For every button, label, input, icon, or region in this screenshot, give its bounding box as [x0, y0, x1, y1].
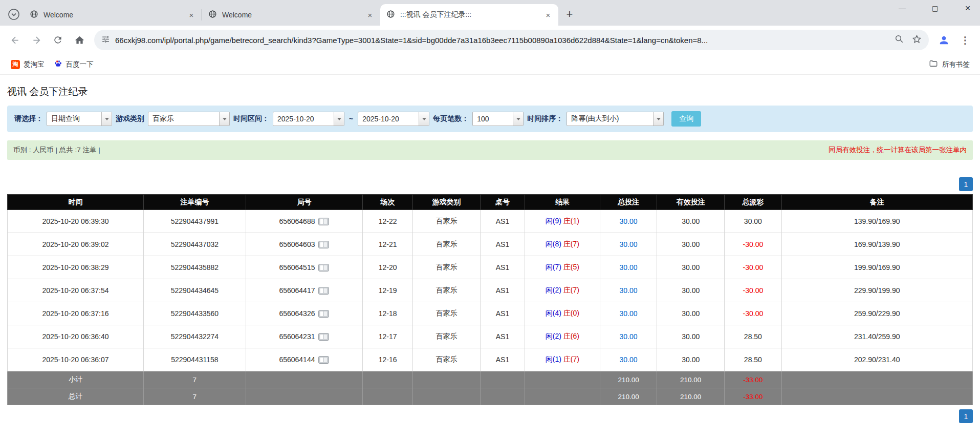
tab-bet-records-active[interactable]: :::视讯 会员下注纪录::: ×	[380, 4, 558, 26]
view-result-icon[interactable]	[318, 264, 329, 272]
bet-record-row: 2025-10-20 06:36:40522904432274656064231…	[8, 325, 973, 348]
view-result-icon[interactable]	[318, 218, 329, 225]
total-total-bet: 210.00	[600, 388, 657, 405]
subtotal-total-bet: 210.00	[600, 371, 657, 388]
bookmark-star-icon[interactable]	[912, 34, 922, 46]
header-total-bet: 总投注	[600, 195, 657, 210]
sort-label: 时间排序：	[527, 114, 563, 123]
chevron-down-icon[interactable]	[101, 112, 112, 126]
bet-record-row: 2025-10-20 06:37:16522904433560656064326…	[8, 302, 973, 325]
table-body: 2025-10-20 06:39:30522904437991656064688…	[8, 210, 973, 371]
cell-total-bet[interactable]: 30.00	[600, 210, 657, 233]
cell-table-no: AS1	[481, 210, 525, 233]
cell-round-id: 656064688	[246, 210, 362, 233]
chevron-down-icon[interactable]	[419, 112, 429, 126]
url-text[interactable]: 66cxkj98.com/ipl/portal.php/game/betreco…	[115, 36, 889, 45]
header-round-id: 局号	[246, 195, 362, 210]
game-type-select[interactable]: 百家乐	[148, 112, 230, 126]
page-content: 视讯 会员下注纪录 请选择： 日期查询 游戏类别 百家乐 时间区间： 2025-…	[0, 85, 980, 423]
back-icon[interactable]	[5, 30, 25, 50]
cell-round-id: 656064144	[246, 348, 362, 371]
cell-game-type: 百家乐	[413, 302, 481, 325]
cell-game-type: 百家乐	[413, 210, 481, 233]
total-bet-link: 30.00	[620, 332, 638, 341]
cell-table-no: AS1	[481, 233, 525, 256]
bookmark-taobao[interactable]: 淘 爱淘宝	[6, 57, 49, 72]
baidu-paw-icon	[54, 59, 62, 70]
home-icon[interactable]	[70, 30, 89, 50]
total-payout: -33.00	[725, 388, 781, 405]
subtotal-label: 小计	[8, 371, 144, 388]
chevron-down-icon[interactable]	[513, 112, 523, 126]
chevron-down-icon[interactable]	[334, 112, 344, 126]
tab-close-icon[interactable]: ×	[543, 10, 553, 20]
reload-icon[interactable]	[48, 30, 68, 50]
view-result-icon[interactable]	[318, 241, 329, 248]
chevron-down-icon[interactable]	[653, 112, 663, 126]
total-bet-link: 30.00	[620, 217, 638, 225]
query-type-select[interactable]: 日期查询	[47, 112, 112, 126]
window-close-icon[interactable]: ✕	[963, 4, 973, 12]
summary-bar: 币别 : 人民币 | 总共 :7 注单 | 同局有效投注，统一计算在该局第一张注…	[7, 140, 973, 160]
cell-total-bet[interactable]: 30.00	[600, 233, 657, 256]
view-result-icon[interactable]	[318, 356, 329, 364]
date-to-select[interactable]: 2025-10-20	[358, 112, 429, 126]
cell-total-bet[interactable]: 30.00	[600, 279, 657, 302]
range-separator: ~	[349, 115, 353, 123]
cell-valid-bet: 30.00	[657, 302, 725, 325]
cell-session: 12-16	[363, 348, 413, 371]
cell-total-bet[interactable]: 30.00	[600, 302, 657, 325]
tab-welcome-1[interactable]: Welcome ×	[24, 4, 202, 26]
header-bet-id: 注单编号	[143, 195, 246, 210]
cell-total-bet[interactable]: 30.00	[600, 325, 657, 348]
window-maximize-icon[interactable]: ▢	[930, 4, 940, 12]
total-bet-link: 30.00	[620, 263, 638, 272]
menu-dots-icon[interactable]: ⋮	[955, 30, 975, 50]
bookmark-baidu[interactable]: 百度一下	[49, 57, 98, 72]
bet-record-row: 2025-10-20 06:38:29522904435882656064515…	[8, 256, 973, 279]
cell-total-bet[interactable]: 30.00	[600, 256, 657, 279]
bookmark-label: 爱淘宝	[24, 60, 45, 69]
cell-result: 闲(8) 庄(7)	[525, 233, 600, 256]
view-result-icon[interactable]	[318, 310, 329, 318]
view-result-icon[interactable]	[318, 333, 329, 341]
cell-note: 199.90/169.90	[781, 256, 973, 279]
tab-close-icon[interactable]: ×	[186, 10, 197, 20]
cell-note: 202.90/231.40	[781, 348, 973, 371]
cell-round-id: 656064603	[246, 233, 362, 256]
header-payout: 总派彩	[725, 195, 781, 210]
new-tab-button[interactable]: +	[561, 6, 578, 23]
bet-record-row: 2025-10-20 06:36:07522904431158656064144…	[8, 348, 973, 371]
cell-valid-bet: 30.00	[657, 279, 725, 302]
date-from-select[interactable]: 2025-10-20	[273, 112, 344, 126]
cell-time: 2025-10-20 06:39:02	[8, 233, 144, 256]
view-result-icon[interactable]	[318, 287, 329, 295]
cell-bet-id: 522904431158	[143, 348, 246, 371]
all-bookmarks-button[interactable]: 所有书签	[925, 56, 974, 72]
page-1-button[interactable]: 1	[959, 177, 973, 191]
cell-session: 12-22	[363, 210, 413, 233]
site-info-icon[interactable]	[101, 35, 110, 46]
tab-welcome-2[interactable]: Welcome ×	[202, 4, 380, 26]
sort-order-select[interactable]: 降幂(由大到小)	[567, 112, 664, 126]
forward-icon[interactable]	[27, 30, 46, 50]
pagination-bottom: 1	[7, 409, 973, 423]
cell-total-bet[interactable]: 30.00	[600, 348, 657, 371]
chevron-down-icon[interactable]	[219, 112, 229, 126]
tab-close-icon[interactable]: ×	[365, 10, 375, 20]
tab-title: :::视讯 会员下注纪录:::	[400, 10, 543, 19]
window-controls: — ▢ ✕	[897, 4, 973, 12]
pagination-top: 1	[7, 177, 973, 191]
page-1-button[interactable]: 1	[959, 409, 973, 423]
profile-avatar-icon[interactable]	[934, 30, 953, 50]
cell-round-id: 656064417	[246, 279, 362, 302]
window-minimize-icon[interactable]: —	[897, 4, 907, 12]
cell-payout: -30.00	[725, 302, 781, 325]
search-button[interactable]: 查询	[671, 111, 701, 127]
cell-bet-id: 522904435882	[143, 256, 246, 279]
address-bar[interactable]: 66cxkj98.com/ipl/portal.php/game/betreco…	[94, 30, 929, 50]
zoom-icon[interactable]	[895, 34, 904, 46]
page-size-select[interactable]: 100	[472, 112, 524, 126]
taobao-icon: 淘	[11, 60, 20, 69]
tab-search-icon[interactable]	[7, 8, 20, 21]
